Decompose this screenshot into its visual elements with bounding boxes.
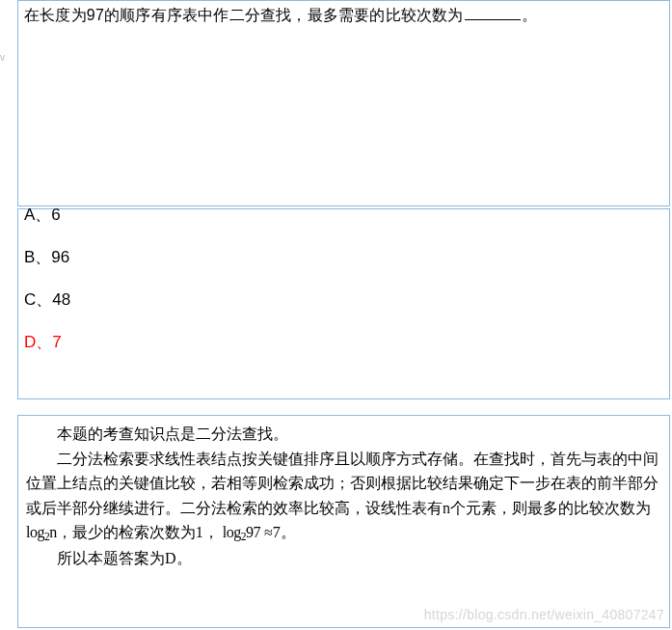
explain-p2b: ，最少的检索次数为1， (57, 524, 219, 540)
explain-p1: 本题的考查知识点是二分法查找。 (26, 422, 661, 447)
left-margin-mark: v (0, 53, 5, 63)
option-a[interactable]: A、6 (24, 206, 663, 223)
options-box: A、6 B、96 C、48 D、7 (17, 208, 670, 399)
explain-p2: 二分法检索要求线性表结点按关键值排序且以顺序方式存储。在查找时，首先与表的中间位… (26, 447, 661, 546)
option-d[interactable]: D、7 (24, 334, 663, 350)
formula-log297: log297 (223, 524, 260, 540)
explanation-box: 本题的考查知识点是二分法查找。 二分法检索要求线性表结点按关键值排序且以顺序方式… (17, 415, 670, 628)
option-b[interactable]: B、96 (24, 249, 663, 265)
option-c[interactable]: C、48 (24, 291, 663, 308)
formula-log2n: log2n (26, 524, 57, 540)
explain-approx: ≈7。 (264, 524, 296, 540)
explain-p3: 所以本题答案为D。 (26, 546, 661, 571)
question-box: 在长度为97的顺序有序表中作二分查找，最多需要的比较次数为。 (17, 0, 670, 206)
question-text-suffix: 。 (522, 7, 537, 23)
fill-blank (465, 6, 521, 20)
explain-p2a: 二分法检索要求线性表结点按关键值排序且以顺序方式存储。在查找时，首先与表的中间位… (26, 451, 659, 516)
question-text-prefix: 在长度为97的顺序有序表中作二分查找，最多需要的比较次数为 (24, 7, 464, 23)
